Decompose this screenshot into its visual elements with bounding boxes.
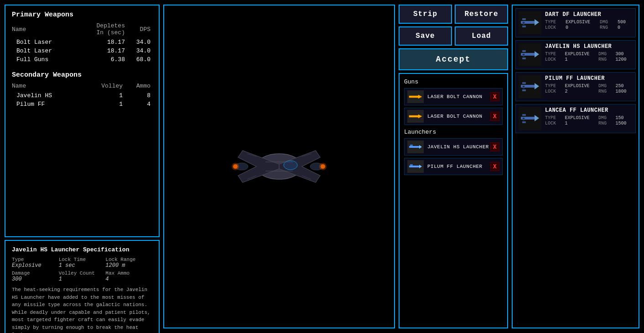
sw-volley: 1 [84,91,125,100]
table-row: Bolt Laser 18.17 34.0 [12,38,152,47]
loadout-item-name: JAVELIN HS LAUNCHER [427,144,490,150]
sw-col-name: Name [12,83,84,91]
spec-value: 300 [12,276,59,282]
weapons-panel: Primary Weapons Name DepletesIn (sec) DP… [5,5,160,237]
weapon-card-info: LANCEA FF LAUNCHER TYPE EXPLOSIVE DMG 15… [545,107,633,130]
loadout-remove-button[interactable]: X [490,92,499,101]
svg-rect-32 [522,57,526,59]
weapons-library-panel: DART DF LAUNCHER TYPE EXPLOSIVE DMG 500 … [512,5,639,328]
svg-rect-31 [522,50,526,52]
left-panel: Primary Weapons Name DepletesIn (sec) DP… [5,5,160,328]
weapon-card[interactable]: DART DF LAUNCHER TYPE EXPLOSIVE DMG 500 … [515,8,636,37]
launchers-title: Launchers [404,129,503,135]
svg-rect-36 [522,82,526,84]
table-row: Pilum FF 1 4 [12,100,152,109]
pw-name: Bolt Laser [12,38,78,47]
restore-button[interactable]: Restore [455,5,508,24]
spec-value: 1 sec [59,262,106,269]
strip-button[interactable]: Strip [399,5,452,24]
pw-name: Bolt Laser [12,47,78,55]
loadout-icon [407,90,424,103]
loadout-remove-button[interactable]: X [490,162,499,171]
main-container: Primary Weapons Name DepletesIn (sec) DP… [0,0,644,333]
sw-volley: 1 [84,100,125,109]
svg-rect-18 [409,146,419,148]
svg-point-33 [522,53,525,56]
loadout-gun-item[interactable]: LASER BOLT CANNON X [404,88,503,105]
svg-marker-16 [409,95,422,99]
spec-value: Explosive [12,262,59,269]
spec-item: Max Ammo 4 [105,271,152,282]
weapon-card[interactable]: PILUM FF LAUNCHER TYPE EXPLOSIVE DMG 250… [515,72,636,101]
weapon-card-name: JAVELIN HS LAUNCHER [545,43,633,50]
svg-marker-22 [419,165,422,168]
secondary-section: Secondary Weapons Name Volley Ammo Javel… [12,71,152,109]
sw-col-volley: Volley [84,83,125,91]
pw-depletes: 6.38 [78,55,127,64]
spec-grid: Type Explosive Lock Time 1 sec Lock Rang… [12,257,152,282]
weapon-card-icon [519,75,541,98]
sw-ammo: 4 [125,100,152,109]
weapon-card-stats: TYPE EXPLOSIVE DMG 300 LOCK 1 RNG 1200 [545,52,633,62]
svg-rect-23 [410,164,413,166]
weapon-card-info: DART DF LAUNCHER TYPE EXPLOSIVE DMG 500 … [545,11,633,34]
loadout-remove-button[interactable]: X [490,112,499,121]
weapon-card[interactable]: JAVELIN HS LAUNCHER TYPE EXPLOSIVE DMG 3… [515,40,636,69]
svg-marker-40 [535,115,539,121]
pw-dps: 34.0 [127,38,152,47]
loadout-icon [407,110,424,123]
table-row: Bolt Laser 18.17 34.0 [12,47,152,55]
spec-label: Lock Time [59,257,106,262]
launchers-list: JAVELIN HS LAUNCHER X PILUM FF LAUNCHER … [404,138,503,175]
spec-panel: Javelin HS Launcher Specification Type E… [5,240,160,333]
sw-name: Javelin HS [12,91,84,100]
weapon-card-icon [519,43,541,66]
spec-label: Lock Range [105,257,152,262]
loadout-section: Guns LASER BOLT CANNON X LASER BOLT CANN… [399,73,508,328]
pw-dps: 68.0 [127,55,152,64]
loadout-item-name: PILUM FF LAUNCHER [427,164,490,169]
loadout-launcher-item[interactable]: PILUM FF LAUNCHER X [404,158,503,175]
svg-marker-35 [535,83,539,89]
svg-marker-30 [535,51,539,57]
spec-value: 1 [59,276,106,282]
sw-name: Pilum FF [12,100,84,109]
weapons-cards: DART DF LAUNCHER TYPE EXPLOSIVE DMG 500 … [515,8,636,133]
guns-list: LASER BOLT CANNON X LASER BOLT CANNON X [404,88,503,125]
ship-view [163,5,395,328]
table-row: Javelin HS 1 8 [12,91,152,100]
weapon-card[interactable]: LANCEA FF LAUNCHER TYPE EXPLOSIVE DMG 15… [515,104,636,133]
loadout-launcher-item[interactable]: JAVELIN HS LAUNCHER X [404,138,503,156]
spec-label: Max Ammo [105,271,152,276]
pw-col-depletes: DepletesIn (sec) [78,22,127,38]
weapon-card-stats: TYPE EXPLOSIVE DMG 250 LOCK 2 RNG 1800 [545,83,633,94]
loadout-item-name: LASER BOLT CANNON [427,94,490,99]
loadout-gun-item[interactable]: LASER BOLT CANNON X [404,108,503,125]
svg-point-6 [232,163,239,170]
weapon-card-info: JAVELIN HS LAUNCHER TYPE EXPLOSIVE DMG 3… [545,43,633,66]
spec-label: Damage [12,271,59,276]
loadout-remove-button[interactable]: X [490,142,499,151]
svg-rect-27 [522,26,526,27]
spec-value: 4 [105,276,152,282]
primary-weapons-table: Name DepletesIn (sec) DPS Bolt Laser 18.… [12,22,152,64]
spec-item: Lock Time 1 sec [59,257,106,269]
weapon-card-stats: TYPE EXPLOSIVE DMG 150 LOCK 1 RNG 1500 [545,115,633,126]
guns-title: Guns [404,78,503,85]
weapon-card-icon [519,107,541,130]
svg-marker-19 [419,145,422,149]
accept-button[interactable]: Accept [399,48,508,70]
svg-marker-25 [535,19,539,26]
spec-label: Type [12,257,59,262]
weapon-card-stats: TYPE EXPLOSIVE DMG 500 LOCK 0 RNG 0 [545,20,633,30]
load-button[interactable]: Load [455,26,508,46]
primary-weapons-title: Primary Weapons [12,11,152,19]
save-button[interactable]: Save [399,26,452,46]
pw-depletes: 18.17 [78,38,127,47]
svg-rect-42 [522,121,526,123]
svg-rect-41 [522,114,526,116]
table-row: Full Guns 6.38 68.0 [12,55,152,64]
middle-panel [163,5,395,328]
pw-name: Full Guns [12,55,78,64]
svg-rect-26 [522,18,526,20]
